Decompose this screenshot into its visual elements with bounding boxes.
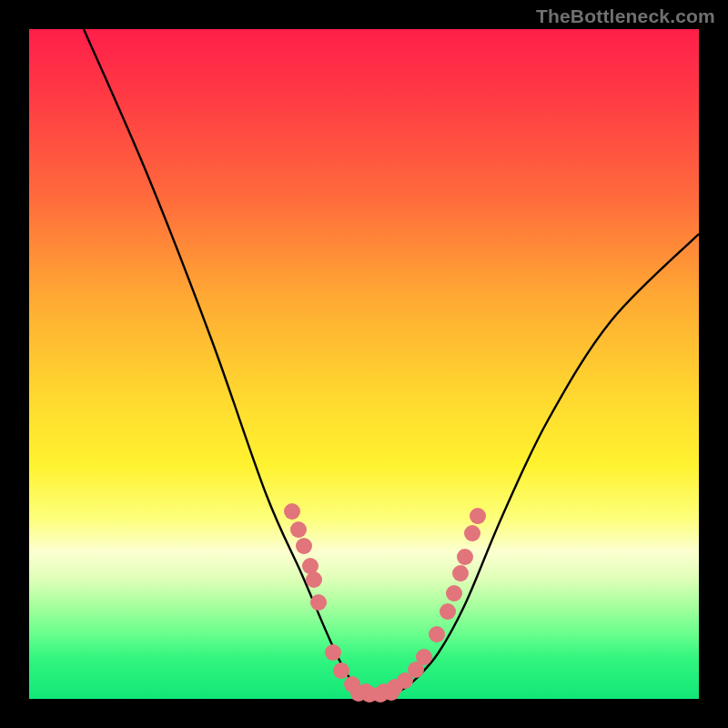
data-marker bbox=[306, 571, 322, 588]
data-marker bbox=[429, 626, 445, 642]
data-marker bbox=[452, 565, 469, 581]
data-marker bbox=[457, 549, 473, 565]
data-marker bbox=[383, 684, 399, 701]
data-marker bbox=[333, 662, 349, 679]
data-marker bbox=[446, 585, 462, 602]
plot-area bbox=[29, 29, 699, 699]
data-marker bbox=[296, 538, 312, 554]
data-marker bbox=[310, 594, 327, 611]
data-marker bbox=[470, 508, 486, 524]
data-marker bbox=[416, 649, 432, 665]
data-marker bbox=[284, 503, 300, 520]
data-marker bbox=[464, 525, 480, 541]
chart-frame: TheBottleneck.com bbox=[0, 0, 728, 728]
watermark-text: TheBottleneck.com bbox=[536, 5, 715, 27]
data-marker bbox=[290, 521, 307, 538]
bottleneck-curve bbox=[29, 29, 699, 699]
data-markers bbox=[284, 503, 486, 703]
data-marker bbox=[440, 603, 456, 620]
data-marker bbox=[325, 644, 341, 661]
curve-path bbox=[84, 29, 699, 693]
